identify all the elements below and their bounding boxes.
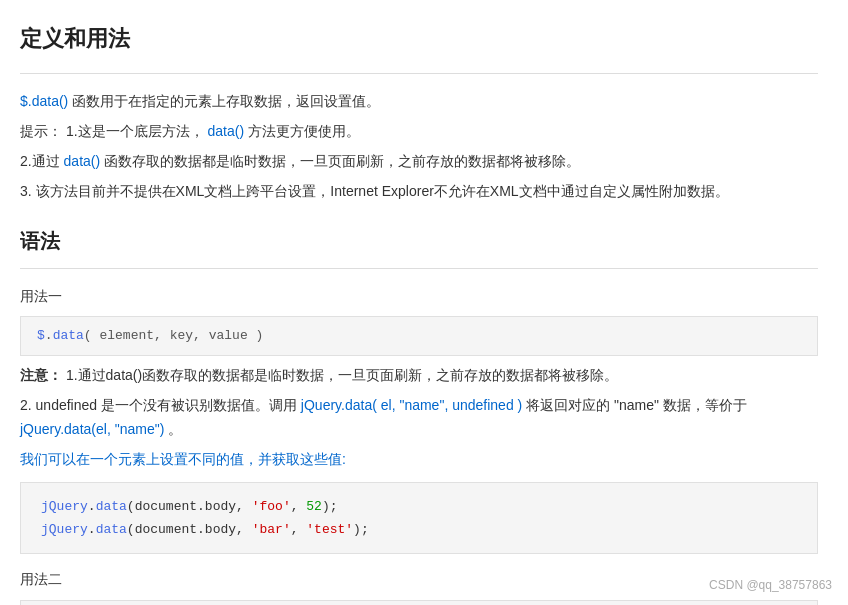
intro-text: $.data() 函数用于在指定的元素上存取数据，返回设置值。 (20, 90, 818, 114)
tip-3: 3. 该方法目前并不提供在XML文档上跨平台设置，Internet Explor… (20, 180, 818, 204)
note-label-1: 注意： (20, 367, 62, 383)
code-dot: . (45, 328, 53, 343)
code-paren-open: ( (84, 328, 100, 343)
code-arg3: value (209, 328, 248, 343)
divider-1 (20, 73, 818, 74)
code-arg1: element (99, 328, 154, 343)
usage-one-desc: 我们可以在一个元素上设置不同的值，并获取这些值: (20, 448, 818, 472)
code-block-1: jQuery.data(document.body, 'foo', 52); j… (20, 482, 818, 555)
code-comma2: , (193, 328, 209, 343)
section-title-syntax: 语法 (20, 224, 818, 258)
watermark: CSDN @qq_38757863 (709, 575, 832, 595)
usage-one-code: $.data( element, key, value ) (20, 316, 818, 356)
code-data-fn: data (53, 328, 84, 343)
code-dollar: $ (37, 328, 45, 343)
code-paren-close: ) (248, 328, 264, 343)
tip-2: 2.通过 data() 函数存取的数据都是临时数据，一旦页面刷新，之前存放的数据… (20, 150, 818, 174)
note-2: 2. undefined 是一个没有被识别数据值。调用 jQuery.data(… (20, 394, 818, 442)
note-2-code2: jQuery.data(el, "name") (20, 421, 164, 437)
code-arg2: key (170, 328, 193, 343)
tip-1-method: data() (207, 123, 244, 139)
note-1: 注意： 1.通过data()函数存取的数据都是临时数据，一旦页面刷新，之前存放的… (20, 364, 818, 388)
code-comma1: , (154, 328, 170, 343)
note-2-code: jQuery.data( el, "name", undefined ) (301, 397, 522, 413)
tip-1-text: 提示： 1.这是一个底层方法， (20, 123, 207, 139)
divider-2 (20, 268, 818, 269)
tip-1: 提示： 1.这是一个底层方法， data() 方法更方便使用。 (20, 120, 818, 144)
usage-two-label: 用法二 (20, 568, 818, 592)
code-block-1-line-1: jQuery.data(document.body, 'foo', 52); (41, 495, 797, 518)
code-block-1-line-2: jQuery.data(document.body, 'bar', 'test'… (41, 518, 797, 541)
usage-two-code: $.data( element, key ) (20, 600, 818, 605)
section-title-definition: 定义和用法 (20, 20, 818, 63)
tip-1-end: 方法更方便使用。 (244, 123, 360, 139)
usage-one-label: 用法一 (20, 285, 818, 309)
intro-desc: 函数用于在指定的元素上存取数据，返回设置值。 (72, 93, 380, 109)
tip-2-method: data() (64, 153, 101, 169)
page-container: 定义和用法 $.data() 函数用于在指定的元素上存取数据，返回设置值。 提示… (20, 20, 818, 605)
function-name: $.data() (20, 93, 68, 109)
